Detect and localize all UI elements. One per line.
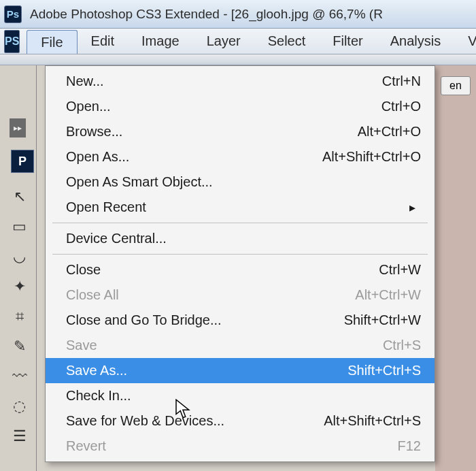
menu-item-revert: RevertF12 [46, 434, 435, 459]
menu-item-close-all: Close AllAlt+Ctrl+W [46, 282, 435, 308]
menu-item-shortcut: Alt+Shift+Ctrl+S [324, 413, 421, 429]
menu-item-label: Revert [66, 438, 106, 454]
menu-item-label: Check In... [66, 388, 131, 404]
titlebar: Ps Adobe Photoshop CS3 Extended - [26_gl… [0, 0, 476, 29]
menu-edit[interactable]: Edit [78, 29, 128, 54]
menu-view[interactable]: Vie [454, 29, 476, 54]
menu-separator [52, 223, 428, 223]
marquee-tool-icon[interactable]: ▭ [5, 212, 34, 241]
menu-item-shortcut: F12 [398, 438, 421, 454]
menu-layer[interactable]: Layer [193, 29, 254, 54]
menu-item-close-and-go-to-bridge[interactable]: Close and Go To Bridge...Shift+Ctrl+W [46, 308, 435, 333]
menu-item-save-for-web-devices[interactable]: Save for Web & Devices...Alt+Shift+Ctrl+… [46, 408, 435, 434]
menu-item-browse[interactable]: Browse...Alt+Ctrl+O [46, 119, 435, 144]
window-title: Adobe Photoshop CS3 Extended - [26_glooh… [30, 7, 383, 22]
app-icon: Ps [4, 5, 22, 23]
menu-item-shortcut: Ctrl+W [379, 262, 421, 278]
submenu-arrow-icon: ▸ [409, 200, 422, 215]
menu-item-shortcut: Alt+Ctrl+W [355, 287, 421, 303]
panel-expand-icon[interactable]: ▸▸ [10, 118, 26, 137]
menu-item-shortcut: Shift+Ctrl+W [344, 312, 421, 328]
menu-item-save: SaveCtrl+S [46, 333, 435, 358]
crop-tool-icon[interactable]: ⌗ [5, 302, 34, 331]
menubar: PS File Edit Image Layer Select Filter A… [0, 29, 476, 54]
stamp-tool-icon[interactable]: ☰ [5, 422, 34, 451]
menu-item-label: Browse... [66, 124, 122, 140]
menu-item-label: Save As... [66, 363, 127, 378]
menu-item-shortcut: Ctrl+S [383, 338, 421, 353]
menu-file[interactable]: File [27, 30, 77, 54]
menu-item-label: Device Central... [66, 231, 167, 246]
menu-item-open-as[interactable]: Open As...Alt+Shift+Ctrl+O [46, 144, 435, 169]
menu-analysis[interactable]: Analysis [377, 29, 454, 54]
menu-image[interactable]: Image [128, 29, 193, 54]
en-button[interactable]: en [441, 76, 471, 95]
brush-tool-icon[interactable]: 〰 [5, 362, 34, 391]
move-tool-icon[interactable]: ↖ [5, 182, 34, 211]
menu-item-label: Close and Go To Bridge... [66, 312, 222, 328]
menu-item-new[interactable]: New...Ctrl+N [46, 69, 435, 94]
document-tab-icon[interactable]: P [11, 150, 34, 173]
document-canvas [435, 65, 476, 471]
menu-item-open[interactable]: Open...Ctrl+O [46, 94, 435, 119]
menu-item-shortcut: Alt+Ctrl+O [358, 124, 421, 140]
menu-item-label: Close All [66, 287, 119, 303]
menu-item-save-as[interactable]: Save As...Shift+Ctrl+S [46, 358, 435, 383]
menu-item-shortcut: Ctrl+O [381, 99, 421, 114]
menu-item-device-central[interactable]: Device Central... [46, 226, 435, 251]
wand-tool-icon[interactable]: ✦ [5, 272, 34, 301]
menu-filter[interactable]: Filter [319, 29, 376, 54]
menu-item-check-in[interactable]: Check In... [46, 383, 435, 408]
menu-select[interactable]: Select [254, 29, 320, 54]
menu-item-label: Close [66, 262, 101, 278]
menu-item-label: Open As Smart Object... [66, 174, 213, 190]
menu-item-close[interactable]: CloseCtrl+W [46, 257, 435, 282]
menu-item-label: New... [66, 74, 104, 89]
healing-tool-icon[interactable]: ◌ [5, 392, 34, 421]
options-bar [0, 54, 476, 65]
menu-item-label: Save for Web & Devices... [66, 413, 224, 429]
menu-item-label: Open... [66, 99, 111, 114]
menu-item-label: Open Recent [66, 199, 146, 215]
menu-item-open-recent[interactable]: Open Recent▸ [46, 195, 435, 220]
menu-item-label: Save [66, 338, 97, 353]
menu-item-label: Open As... [66, 149, 129, 165]
menu-item-open-as-smart-object[interactable]: Open As Smart Object... [46, 169, 435, 195]
ps-logo-icon[interactable]: PS [4, 30, 20, 53]
menu-item-shortcut: Alt+Shift+Ctrl+O [322, 149, 421, 165]
menu-item-shortcut: Ctrl+N [382, 74, 421, 89]
menu-item-shortcut: Shift+Ctrl+S [347, 363, 421, 378]
file-dropdown: New...Ctrl+NOpen...Ctrl+OBrowse...Alt+Ct… [45, 65, 435, 462]
lasso-tool-icon[interactable]: ◡ [5, 242, 34, 271]
eyedropper-tool-icon[interactable]: ✎ [5, 332, 34, 361]
menu-separator [52, 254, 428, 255]
